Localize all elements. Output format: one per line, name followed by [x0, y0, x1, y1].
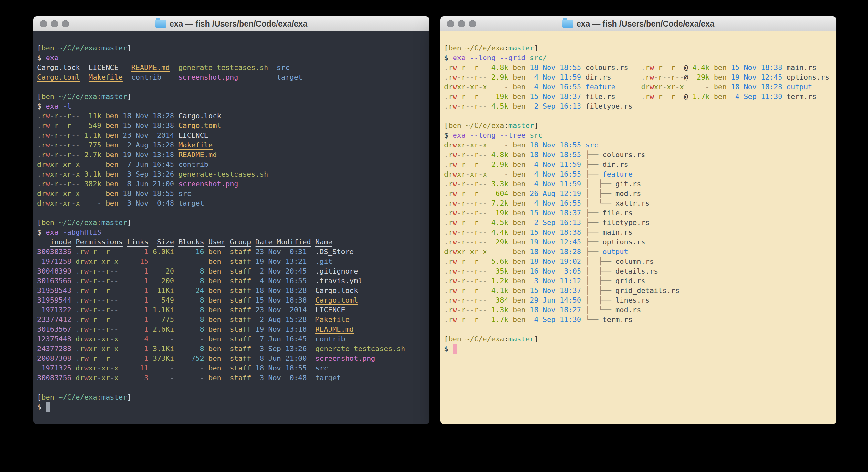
- terminal-line: $ exa -l: [37, 101, 429, 111]
- window-title: exa — fish /Users/ben/Code/exa/exa: [155, 19, 308, 28]
- terminal-line: 1971325 drwxr-xr-x 11 - - ben staff 18 N…: [37, 363, 429, 373]
- terminal-line: .rw-r--r-- 2.9k ben 4 Nov 11:59 dir.rs .…: [444, 72, 836, 82]
- terminal-line: 12375448 drwxr-xr-x 4 - - ben staff 7 Ju…: [37, 334, 429, 344]
- terminal-line: .rw-r--r-- 1.1k ben 23 Nov 2014 LICENCE: [37, 130, 429, 140]
- terminal-line: .rw-r--r-- 35k ben 16 Nov 3:05 │ ├── det…: [444, 266, 836, 276]
- terminal-line: drwxr-xr-x - ben 4 Nov 16:55 ├── feature: [444, 169, 836, 179]
- terminal-line: .rw-r--r-- 775 ben 2 Aug 15:28 Makefile: [37, 140, 429, 150]
- terminal-line: 30163567 .rw-r--r-- 1 2.6Ki 8 ben staff …: [37, 325, 429, 334]
- terminal-line: inode Permissions Links Size Blocks User…: [37, 237, 429, 247]
- terminal-line: .rw-r--r-- 382k ben 8 Jun 21:00 screensh…: [37, 179, 429, 189]
- terminal-line: $: [444, 344, 836, 354]
- folder-icon: [562, 20, 574, 28]
- terminal-line: .rwxr-xr-x 3.1k ben 3 Sep 13:26 generate…: [37, 169, 429, 179]
- terminal-line: [ben ~/C/e/exa:master]: [37, 392, 429, 402]
- titlebar[interactable]: exa — fish /Users/ben/Code/exa/exa: [33, 17, 429, 31]
- window-title-text: exa — fish /Users/ben/Code/exa/exa: [169, 19, 308, 28]
- terminal-line: .rw-r--r-- 1.7k ben 4 Sep 11:30 └── term…: [444, 315, 836, 325]
- terminal-cursor: [46, 402, 50, 412]
- terminal-line: [ben ~/C/e/exa:master]: [37, 218, 429, 228]
- terminal-line: [ben ~/C/e/exa:master]: [37, 92, 429, 101]
- terminal-line: 24377288 .rwxr-xr-x 1 3.1Ki 8 ben staff …: [37, 344, 429, 354]
- terminal-line: $ exa: [37, 53, 429, 63]
- terminal-line: [444, 111, 836, 121]
- terminal-line: .rw-r--r-- 1.2k ben 3 Nov 11:12 │ ├── gr…: [444, 276, 836, 286]
- terminal-line: .rw-r--r-- 5.6k ben 18 Nov 19:02 │ ├── c…: [444, 257, 836, 266]
- folder-icon: [155, 20, 166, 28]
- terminal-line: .rw-r--r-- 4.8k ben 18 Nov 18:55 colours…: [444, 63, 836, 72]
- minimize-button[interactable]: [458, 20, 465, 28]
- terminal-line: [37, 208, 429, 218]
- terminal-line: drwxr-xr-x - ben 3 Nov 0:48 target: [37, 199, 429, 208]
- terminal-line: $ exa --long --grid src/: [444, 53, 836, 63]
- terminal-line: .rw-r--r-- 4.4k ben 15 Nov 18:38 ├── mai…: [444, 228, 836, 237]
- terminal-line: [ben ~/C/e/exa:master]: [444, 43, 836, 53]
- terminal-line: drwxr-xr-x - ben 7 Jun 16:45 contrib: [37, 160, 429, 169]
- terminal-line: .rw-r--r-- 2.7k ben 19 Nov 13:18 README.…: [37, 150, 429, 160]
- terminal-line: [444, 325, 836, 334]
- terminal-line: [37, 82, 429, 92]
- terminal-line: .rw-r--r-- 4.5k ben 2 Sep 16:13 ├── file…: [444, 218, 836, 228]
- terminal-line: $ exa --long --tree src: [444, 130, 836, 140]
- terminal-line: 30048390 .rw-r--r-- 1 20 8 ben staff 2 N…: [37, 266, 429, 276]
- terminal-line: 23377412 .rw-r--r-- 1 775 8 ben staff 2 …: [37, 315, 429, 325]
- terminal-line: Cargo.lock LICENCE README.md generate-te…: [37, 63, 429, 72]
- terminal-line: $: [37, 402, 429, 412]
- terminal-line: .rw-r--r-- 11k ben 18 Nov 18:28 Cargo.lo…: [37, 111, 429, 121]
- terminal-line: 30030336 .rw-r--r-- 1 6.0Ki 16 ben staff…: [37, 247, 429, 257]
- terminal-line: .rw-r--r-- 2.9k ben 4 Nov 11:59 ├── dir.…: [444, 160, 836, 169]
- close-button[interactable]: [447, 20, 454, 28]
- zoom-button[interactable]: [469, 20, 476, 28]
- zoom-button[interactable]: [62, 20, 69, 28]
- terminal-line: .rw-r--r-- 604 ben 26 Aug 12:19 │ ├── mo…: [444, 189, 836, 199]
- terminal-line: .rw-r--r-- 19k ben 15 Nov 18:37 file.rs …: [444, 92, 836, 101]
- terminal-line: .rw-r--r-- 1.3k ben 18 Nov 18:27 │ └── m…: [444, 305, 836, 315]
- terminal-window-light: exa — fish /Users/ben/Code/exa/exa [ben …: [440, 17, 836, 424]
- close-button[interactable]: [40, 20, 47, 28]
- terminal-line: 20087308 .rw-r--r-- 1 373Ki 752 ben staf…: [37, 354, 429, 363]
- terminal-line: [ben ~/C/e/exa:master]: [444, 121, 836, 130]
- terminal-line: 1971258 drwxr-xr-x 15 - - ben staff 19 N…: [37, 257, 429, 266]
- terminal-line: drwxr-xr-x - ben 18 Nov 18:55 src: [37, 189, 429, 199]
- terminal-line: .rw-r--r-- 3.3k ben 4 Nov 11:59 │ ├── gi…: [444, 179, 836, 189]
- terminal-line: .rw-r--r-- 7.2k ben 4 Nov 16:55 │ └── xa…: [444, 199, 836, 208]
- terminal-screen-dark[interactable]: [ben ~/C/e/exa:master]$ exaCargo.lock LI…: [33, 31, 429, 424]
- terminal-line: [ben ~/C/e/exa:master]: [444, 334, 836, 344]
- terminal-line: [ben ~/C/e/exa:master]: [37, 43, 429, 53]
- window-title-text: exa — fish /Users/ben/Code/exa/exa: [577, 19, 715, 28]
- terminal-line: .rw-r--r-- 19k ben 15 Nov 18:37 ├── file…: [444, 208, 836, 218]
- minimize-button[interactable]: [51, 20, 58, 28]
- terminal-line: 1971322 .rw-r--r-- 1 1.1Ki 8 ben staff 2…: [37, 305, 429, 315]
- window-title: exa — fish /Users/ben/Code/exa/exa: [562, 19, 715, 28]
- terminal-line: .rw-r--r-- 549 ben 15 Nov 18:38 Cargo.to…: [37, 121, 429, 130]
- terminal-line: 31959543 .rw-r--r-- 1 11Ki 24 ben staff …: [37, 286, 429, 295]
- terminal-line: .rw-r--r-- 4.1k ben 15 Nov 18:37 │ ├── g…: [444, 286, 836, 295]
- terminal-line: .rw-r--r-- 384 ben 29 Jun 14:50 │ ├── li…: [444, 295, 836, 305]
- terminal-line: drwxr-xr-x - ben 4 Nov 16:55 feature drw…: [444, 82, 836, 92]
- terminal-line: 30083756 drwxr-xr-x 3 - - ben staff 3 No…: [37, 373, 429, 383]
- desktop: { "left_terminal": { "title": "exa — fis…: [0, 0, 868, 472]
- terminal-line: .rw-r--r-- 4.8k ben 18 Nov 18:55 ├── col…: [444, 150, 836, 160]
- terminal-line: $ exa -abghHliS: [37, 228, 429, 237]
- terminal-screen-light[interactable]: [ben ~/C/e/exa:master]$ exa --long --gri…: [440, 31, 836, 424]
- terminal-line: [37, 383, 429, 392]
- traffic-lights: [40, 17, 69, 31]
- terminal-line: .rw-r--r-- 4.5k ben 2 Sep 16:13 filetype…: [444, 101, 836, 111]
- traffic-lights: [447, 17, 476, 31]
- terminal-line: .rw-r--r-- 29k ben 19 Nov 12:45 ├── opti…: [444, 237, 836, 247]
- terminal-cursor: [453, 344, 457, 354]
- titlebar[interactable]: exa — fish /Users/ben/Code/exa/exa: [440, 17, 836, 31]
- terminal-line: 30163566 .rw-r--r-- 1 200 8 ben staff 4 …: [37, 276, 429, 286]
- terminal-line: drwxr-xr-x - ben 18 Nov 18:28 ├── output: [444, 247, 836, 257]
- terminal-window-dark: exa — fish /Users/ben/Code/exa/exa [ben …: [33, 17, 429, 424]
- terminal-line: Cargo.toml Makefile contrib screenshot.p…: [37, 72, 429, 82]
- terminal-line: 31959544 .rw-r--r-- 1 549 8 ben staff 15…: [37, 295, 429, 305]
- terminal-line: drwxr-xr-x - ben 18 Nov 18:55 src: [444, 140, 836, 150]
